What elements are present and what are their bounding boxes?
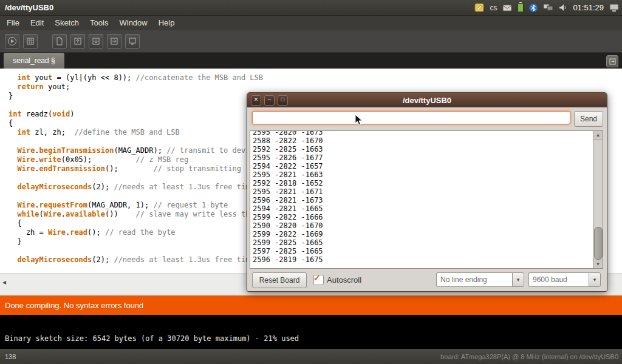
line-ending-dropdown[interactable]: No line ending ▾	[436, 272, 524, 287]
upload-button[interactable]	[107, 34, 121, 49]
clock[interactable]: 01:51:29	[573, 3, 604, 13]
chevron-down-icon[interactable]: ▾	[512, 272, 524, 287]
menu-bar: FileEditSketchToolsWindowHelp	[0, 16, 622, 30]
scroll-down-arrow-icon[interactable]: ▼	[593, 260, 603, 268]
minimize-icon[interactable]: ‒	[264, 95, 275, 106]
menu-item-file[interactable]: File	[1, 16, 25, 30]
checkmark-icon: ✓	[313, 273, 321, 283]
toolbar	[0, 30, 622, 53]
line-number-indicator: 138	[5, 353, 16, 360]
panel-window-title: /dev/ttyUSB0	[5, 3, 53, 12]
tab-bar: serial_read §	[0, 53, 622, 69]
serial-send-input[interactable]	[252, 111, 570, 124]
mouse-cursor	[355, 114, 363, 129]
maximize-icon[interactable]: □	[278, 95, 288, 106]
battery-icon[interactable]	[518, 3, 524, 13]
network-icon[interactable]	[543, 3, 553, 13]
chevron-down-icon[interactable]: ▾	[589, 272, 601, 287]
board-info: board: ATmega328P(A) @ 8 MHz (internal) …	[440, 353, 618, 360]
baud-rate-value: 9600 baud	[528, 272, 589, 287]
line-ending-value: No line ending	[436, 272, 512, 287]
console-text: Binary sketch size: 6542 bytes (of a 307…	[0, 315, 622, 343]
tab-serial-read[interactable]: serial_read §	[4, 53, 64, 69]
serial-output-text: 2595 -2820 -1673 2588 -2822 -1670 2592 -…	[250, 130, 603, 264]
serial-output-scrollbar[interactable]: ▲ ▼	[593, 131, 603, 268]
serial-window-body: Send 2595 -2820 -1673 2588 -2822 -1670 2…	[247, 107, 607, 291]
compile-status-message: Done compiling. No syntax errors found	[5, 301, 143, 310]
serial-output-area[interactable]: 2595 -2820 -1673 2588 -2822 -1670 2592 -…	[250, 130, 603, 269]
reset-board-button[interactable]: Reset Board	[252, 272, 307, 288]
volume-icon[interactable]	[559, 3, 567, 13]
menu-item-tools[interactable]: Tools	[84, 16, 114, 30]
autoscroll-label: Autoscroll	[327, 275, 361, 285]
menu-item-window[interactable]: Window	[114, 16, 152, 30]
console-output: Binary sketch size: 6542 bytes (of a 307…	[0, 315, 622, 349]
stop-button[interactable]	[23, 34, 38, 49]
scroll-left-arrow-icon[interactable]: ◂	[2, 278, 6, 286]
menu-item-edit[interactable]: Edit	[25, 16, 49, 30]
tab-menu-button[interactable]	[606, 55, 618, 67]
serial-window-title: /dev/ttyUSB0	[403, 96, 451, 105]
autoscroll-checkbox[interactable]: ✓	[313, 275, 324, 285]
bluetooth-icon[interactable]	[529, 4, 538, 12]
screen: /dev/ttyUSB0 cs 01:51:29	[0, 0, 622, 364]
send-button[interactable]: Send	[574, 111, 603, 127]
menu-item-sketch[interactable]: Sketch	[49, 16, 84, 30]
save-sketch-button[interactable]	[89, 34, 103, 49]
scroll-up-arrow-icon[interactable]: ▲	[593, 131, 603, 140]
scrollbar-thumb[interactable]	[594, 227, 603, 260]
open-sketch-button[interactable]	[70, 34, 85, 49]
serial-monitor-button[interactable]	[125, 34, 140, 49]
serial-monitor-window: ✕ ‒ □ /dev/ttyUSB0 Send 2595 -2820 -1673…	[247, 92, 607, 292]
keyboard-layout-indicator[interactable]: cs	[490, 3, 497, 13]
compile-status-bar: Done compiling. No syntax errors found	[0, 295, 622, 315]
close-icon[interactable]: ✕	[251, 95, 261, 106]
session-icon[interactable]	[609, 3, 619, 13]
menu-item-help[interactable]: Help	[153, 16, 180, 30]
system-tray: cs 01:51:29	[474, 3, 619, 13]
baud-rate-dropdown[interactable]: 9600 baud ▾	[528, 272, 601, 287]
footer-status-bar: 138 board: ATmega328P(A) @ 8 MHz (intern…	[0, 349, 622, 364]
mail-icon[interactable]	[502, 3, 512, 13]
serial-monitor-controls: Reset Board ✓ Autoscroll No line ending …	[247, 272, 607, 288]
verify-button[interactable]	[5, 34, 19, 49]
new-sketch-button[interactable]	[52, 34, 67, 49]
tab-label: serial_read §	[13, 56, 55, 65]
serial-window-titlebar[interactable]: ✕ ‒ □ /dev/ttyUSB0	[247, 93, 607, 107]
code-line: return yout;	[9, 83, 622, 92]
top-panel: /dev/ttyUSB0 cs 01:51:29	[0, 0, 622, 16]
notes-icon[interactable]	[474, 3, 484, 13]
code-line: int yout = (yl|(yh << 8)); //concatenate…	[9, 73, 622, 83]
